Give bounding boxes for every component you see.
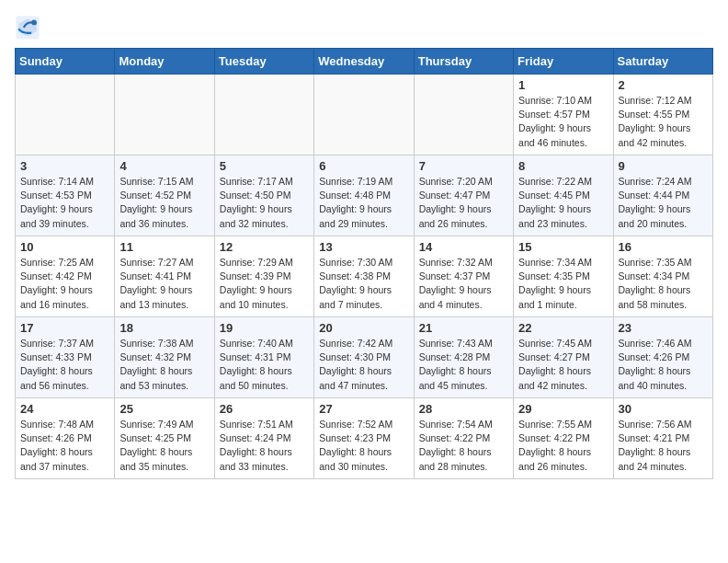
calendar-cell: 29Sunrise: 7:55 AM Sunset: 4:22 PM Dayli… [514,398,613,479]
day-number: 7 [419,159,508,173]
day-info: Sunrise: 7:17 AM Sunset: 4:50 PM Dayligh… [220,175,309,231]
day-info: Sunrise: 7:34 AM Sunset: 4:35 PM Dayligh… [518,256,608,312]
calendar-cell: 17Sunrise: 7:37 AM Sunset: 4:33 PM Dayli… [16,317,115,398]
day-number: 10 [20,240,109,254]
day-number: 17 [20,321,109,335]
calendar-cell: 15Sunrise: 7:34 AM Sunset: 4:35 PM Dayli… [514,236,613,317]
calendar-cell: 26Sunrise: 7:51 AM Sunset: 4:24 PM Dayli… [214,398,313,479]
calendar-table: SundayMondayTuesdayWednesdayThursdayFrid… [15,48,713,479]
day-info: Sunrise: 7:54 AM Sunset: 4:22 PM Dayligh… [419,418,508,474]
weekday-thursday: Thursday [414,49,513,75]
day-number: 25 [119,402,209,416]
calendar-cell: 25Sunrise: 7:49 AM Sunset: 4:25 PM Dayli… [115,398,214,479]
calendar-cell [414,75,513,155]
calendar-cell: 3Sunrise: 7:14 AM Sunset: 4:53 PM Daylig… [16,155,115,236]
calendar-cell: 30Sunrise: 7:56 AM Sunset: 4:21 PM Dayli… [613,398,712,479]
calendar-week-3: 10Sunrise: 7:25 AM Sunset: 4:42 PM Dayli… [16,236,713,317]
day-number: 16 [619,240,708,254]
day-info: Sunrise: 7:40 AM Sunset: 4:31 PM Dayligh… [220,337,309,393]
day-info: Sunrise: 7:51 AM Sunset: 4:24 PM Dayligh… [220,418,309,474]
weekday-friday: Friday [514,49,613,75]
day-number: 15 [518,240,608,254]
calendar-week-4: 17Sunrise: 7:37 AM Sunset: 4:33 PM Dayli… [16,317,713,398]
day-number: 12 [220,240,309,254]
day-info: Sunrise: 7:20 AM Sunset: 4:47 PM Dayligh… [419,175,508,231]
day-number: 3 [20,159,109,173]
day-info: Sunrise: 7:48 AM Sunset: 4:26 PM Dayligh… [20,418,109,474]
day-info: Sunrise: 7:12 AM Sunset: 4:55 PM Dayligh… [619,94,708,150]
day-number: 23 [619,321,708,335]
day-number: 22 [518,321,608,335]
day-info: Sunrise: 7:35 AM Sunset: 4:34 PM Dayligh… [619,256,708,312]
calendar-cell: 18Sunrise: 7:38 AM Sunset: 4:32 PM Dayli… [115,317,214,398]
weekday-header-row: SundayMondayTuesdayWednesdayThursdayFrid… [16,49,713,75]
calendar-cell [115,75,214,155]
day-info: Sunrise: 7:37 AM Sunset: 4:33 PM Dayligh… [20,337,109,393]
calendar-cell: 16Sunrise: 7:35 AM Sunset: 4:34 PM Dayli… [613,236,712,317]
day-number: 20 [319,321,408,335]
calendar-cell: 12Sunrise: 7:29 AM Sunset: 4:39 PM Dayli… [214,236,313,317]
calendar-cell: 27Sunrise: 7:52 AM Sunset: 4:23 PM Dayli… [314,398,414,479]
day-number: 13 [319,240,408,254]
day-number: 9 [619,159,708,173]
day-number: 1 [518,78,608,92]
weekday-saturday: Saturday [613,49,712,75]
day-number: 29 [518,402,608,416]
day-number: 24 [20,402,109,416]
day-info: Sunrise: 7:15 AM Sunset: 4:52 PM Dayligh… [119,175,209,231]
day-number: 26 [220,402,309,416]
day-info: Sunrise: 7:32 AM Sunset: 4:37 PM Dayligh… [419,256,508,312]
calendar-cell: 5Sunrise: 7:17 AM Sunset: 4:50 PM Daylig… [214,155,313,236]
calendar-cell: 7Sunrise: 7:20 AM Sunset: 4:47 PM Daylig… [414,155,513,236]
calendar-cell: 6Sunrise: 7:19 AM Sunset: 4:48 PM Daylig… [314,155,414,236]
calendar-body: 1Sunrise: 7:10 AM Sunset: 4:57 PM Daylig… [16,75,713,479]
weekday-tuesday: Tuesday [214,49,313,75]
weekday-wednesday: Wednesday [314,49,414,75]
calendar-cell: 24Sunrise: 7:48 AM Sunset: 4:26 PM Dayli… [16,398,115,479]
day-info: Sunrise: 7:24 AM Sunset: 4:44 PM Dayligh… [619,175,708,231]
calendar-cell: 1Sunrise: 7:10 AM Sunset: 4:57 PM Daylig… [514,75,613,155]
day-number: 21 [419,321,508,335]
weekday-sunday: Sunday [16,49,115,75]
day-number: 28 [419,402,508,416]
day-number: 14 [419,240,508,254]
svg-point-2 [31,20,37,26]
calendar-cell: 21Sunrise: 7:43 AM Sunset: 4:28 PM Dayli… [414,317,513,398]
calendar-cell: 13Sunrise: 7:30 AM Sunset: 4:38 PM Dayli… [314,236,414,317]
day-number: 6 [319,159,408,173]
day-info: Sunrise: 7:42 AM Sunset: 4:30 PM Dayligh… [319,337,408,393]
calendar-cell: 20Sunrise: 7:42 AM Sunset: 4:30 PM Dayli… [314,317,414,398]
day-number: 11 [119,240,209,254]
calendar-cell: 8Sunrise: 7:22 AM Sunset: 4:45 PM Daylig… [514,155,613,236]
calendar-cell: 10Sunrise: 7:25 AM Sunset: 4:42 PM Dayli… [16,236,115,317]
logo-icon [15,15,40,40]
calendar-cell: 23Sunrise: 7:46 AM Sunset: 4:26 PM Dayli… [613,317,712,398]
day-info: Sunrise: 7:30 AM Sunset: 4:38 PM Dayligh… [319,256,408,312]
day-info: Sunrise: 7:56 AM Sunset: 4:21 PM Dayligh… [619,418,708,474]
calendar-cell: 19Sunrise: 7:40 AM Sunset: 4:31 PM Dayli… [214,317,313,398]
day-info: Sunrise: 7:19 AM Sunset: 4:48 PM Dayligh… [319,175,408,231]
day-info: Sunrise: 7:27 AM Sunset: 4:41 PM Dayligh… [119,256,209,312]
calendar-cell: 2Sunrise: 7:12 AM Sunset: 4:55 PM Daylig… [613,75,712,155]
day-info: Sunrise: 7:10 AM Sunset: 4:57 PM Dayligh… [518,94,608,150]
calendar-week-1: 1Sunrise: 7:10 AM Sunset: 4:57 PM Daylig… [16,75,713,155]
day-number: 8 [518,159,608,173]
weekday-monday: Monday [115,49,214,75]
calendar-cell: 28Sunrise: 7:54 AM Sunset: 4:22 PM Dayli… [414,398,513,479]
day-number: 27 [319,402,408,416]
calendar-cell: 9Sunrise: 7:24 AM Sunset: 4:44 PM Daylig… [613,155,712,236]
day-number: 19 [220,321,309,335]
day-info: Sunrise: 7:25 AM Sunset: 4:42 PM Dayligh… [20,256,109,312]
day-info: Sunrise: 7:55 AM Sunset: 4:22 PM Dayligh… [518,418,608,474]
day-info: Sunrise: 7:43 AM Sunset: 4:28 PM Dayligh… [419,337,508,393]
day-number: 30 [619,402,708,416]
calendar-cell: 11Sunrise: 7:27 AM Sunset: 4:41 PM Dayli… [115,236,214,317]
calendar-week-5: 24Sunrise: 7:48 AM Sunset: 4:26 PM Dayli… [16,398,713,479]
calendar-cell: 4Sunrise: 7:15 AM Sunset: 4:52 PM Daylig… [115,155,214,236]
day-number: 2 [619,78,708,92]
day-number: 18 [119,321,209,335]
day-info: Sunrise: 7:49 AM Sunset: 4:25 PM Dayligh… [119,418,209,474]
day-info: Sunrise: 7:14 AM Sunset: 4:53 PM Dayligh… [20,175,109,231]
calendar-cell [214,75,313,155]
calendar-cell: 22Sunrise: 7:45 AM Sunset: 4:27 PM Dayli… [514,317,613,398]
